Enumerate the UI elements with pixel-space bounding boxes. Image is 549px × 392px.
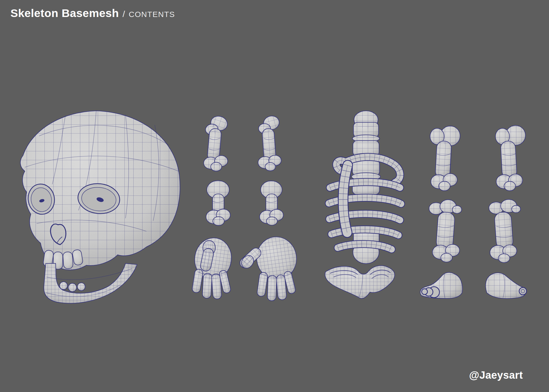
wireframe-scene <box>0 0 549 392</box>
sternum <box>343 165 348 233</box>
page-title: Skeleton Basemesh <box>10 7 119 20</box>
model-spine-ribcage <box>329 111 401 264</box>
model-thigh-bone-left <box>430 126 460 191</box>
model-hand-left <box>192 235 234 299</box>
page-subtitle: CONTENTS <box>129 10 175 19</box>
model-pelvis <box>325 266 395 298</box>
model-foot-left <box>420 273 462 298</box>
model-shin-bone-left <box>429 200 462 262</box>
title-separator: / <box>123 9 125 19</box>
model-hand-right <box>238 234 299 301</box>
toe-right <box>519 287 527 295</box>
contents-poster: Skeleton Basemesh / CONTENTS @Jaeysart <box>0 0 549 392</box>
page-header: Skeleton Basemesh / CONTENTS <box>10 7 175 20</box>
model-forearm-bone-left <box>206 181 230 226</box>
model-forearm-bone-right <box>260 181 283 225</box>
model-thigh-bone-right <box>495 125 525 191</box>
model-upper-arm-bone-left <box>204 114 229 171</box>
model-foot-right <box>485 273 527 299</box>
model-skull <box>20 111 180 270</box>
artist-watermark: @Jaeysart <box>469 369 523 381</box>
model-upper-arm-bone-right <box>258 114 281 171</box>
model-shin-bone-right <box>489 199 521 263</box>
